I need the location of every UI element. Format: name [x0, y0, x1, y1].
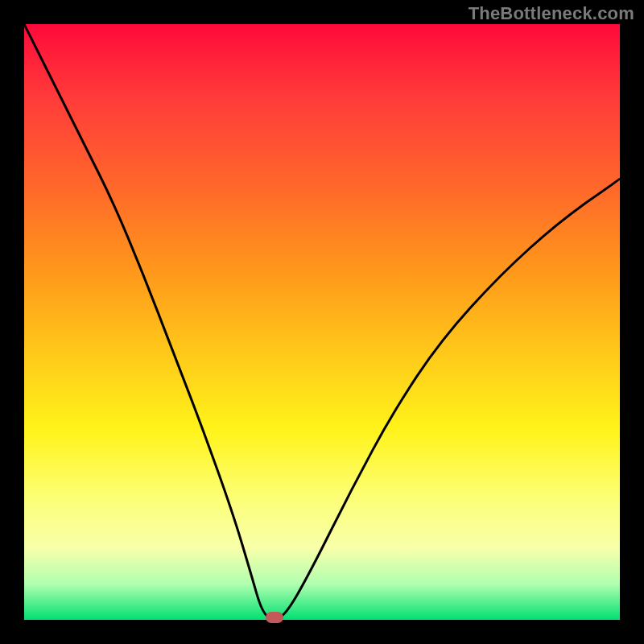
bottleneck-marker: [266, 612, 283, 623]
chart-frame: TheBottleneck.com: [0, 0, 644, 644]
watermark-text: TheBottleneck.com: [469, 3, 634, 24]
plot-background: [24, 24, 620, 620]
